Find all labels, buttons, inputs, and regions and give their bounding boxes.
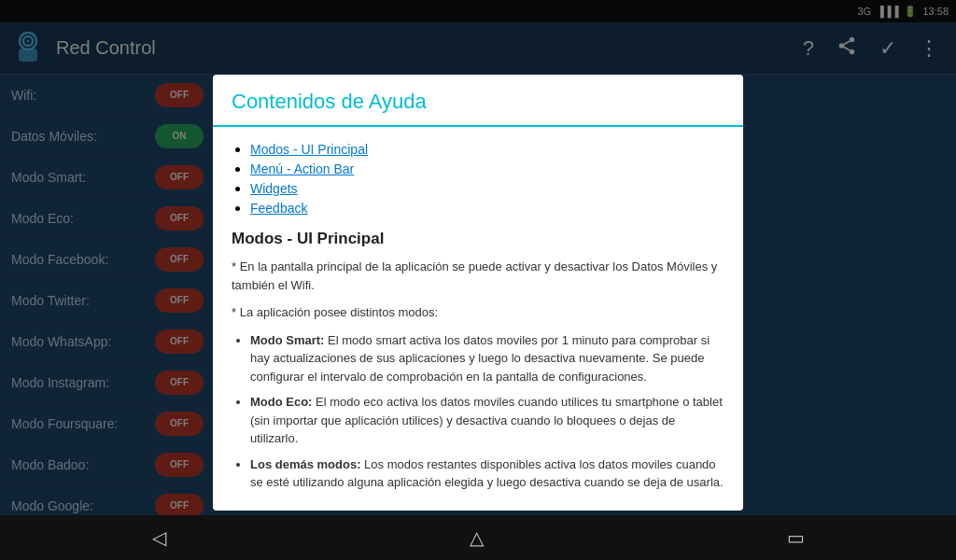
toc-link-widgets[interactable]: Widgets bbox=[250, 181, 298, 196]
bullet-otros: Los demás modos: Los modos restantes dis… bbox=[250, 455, 724, 492]
dialog-header: Contenidos de Ayuda bbox=[213, 75, 743, 127]
dialog-content[interactable]: Modos - UI Principal Menú - Action Bar W… bbox=[213, 127, 743, 511]
toc-item-modos[interactable]: Modos - UI Principal bbox=[250, 141, 724, 158]
dialog-overlay[interactable]: Contenidos de Ayuda Modos - UI Principal… bbox=[0, 0, 956, 560]
otros-term: Los demás modos: bbox=[250, 457, 360, 471]
dialog-title: Contenidos de Ayuda bbox=[232, 90, 724, 114]
toc-item-menu[interactable]: Menú - Action Bar bbox=[250, 161, 724, 177]
toc-link-modos[interactable]: Modos - UI Principal bbox=[250, 142, 368, 157]
modes-bullet-list: Modo Smart: El modo smart activa los dat… bbox=[232, 331, 724, 492]
recents-button[interactable]: ▭ bbox=[765, 519, 827, 556]
toc-list: Modos - UI Principal Menú - Action Bar W… bbox=[232, 141, 724, 217]
help-dialog: Contenidos de Ayuda Modos - UI Principal… bbox=[213, 75, 743, 511]
back-button[interactable]: ◁ bbox=[130, 519, 189, 556]
toc-link-feedback[interactable]: Feedback bbox=[250, 201, 307, 216]
bullet-eco: Modo Eco: El modo eco activa los datos m… bbox=[250, 393, 724, 448]
toc-link-menu[interactable]: Menú - Action Bar bbox=[250, 161, 354, 176]
home-button[interactable]: △ bbox=[447, 519, 506, 556]
bullet-smart: Modo Smart: El modo smart activa los dat… bbox=[250, 331, 724, 386]
section-title-modos: Modos - UI Principal bbox=[232, 230, 724, 248]
toc-item-widgets[interactable]: Widgets bbox=[250, 180, 724, 197]
eco-term: Modo Eco: bbox=[250, 395, 312, 409]
body-text-2: * La aplicación posee distintos modos: bbox=[232, 303, 724, 322]
nav-bar: ◁ △ ▭ bbox=[0, 515, 956, 560]
eco-text: El modo eco activa los datos moviles cua… bbox=[250, 395, 723, 445]
toc-item-feedback[interactable]: Feedback bbox=[250, 200, 724, 217]
body-text-1: * En la pantalla principal de la aplicac… bbox=[232, 258, 724, 294]
smart-term: Modo Smart: bbox=[250, 333, 324, 347]
